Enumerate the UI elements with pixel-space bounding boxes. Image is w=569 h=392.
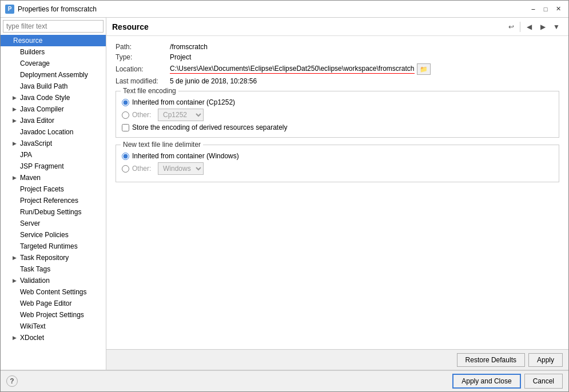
help-icon[interactable]: ?: [6, 375, 18, 387]
sidebar-item-task-repository[interactable]: Task Repository: [1, 252, 106, 263]
sidebar-item-java-build-path[interactable]: Java Build Path: [1, 81, 106, 92]
sidebar-item-java-editor[interactable]: Java Editor: [1, 115, 106, 126]
sidebar-item-builders[interactable]: Builders: [1, 46, 106, 58]
sidebar-item-label-web-content-settings: Web Content Settings: [19, 288, 87, 296]
content-header: Resource ↩ ◀ ▶ ▼: [106, 18, 568, 36]
sidebar-item-label-jpa: JPA: [19, 151, 32, 159]
inherited-delimiter-option: Inherited from container (Windows): [122, 152, 553, 160]
sidebar-item-run-debug-settings[interactable]: Run/Debug Settings: [1, 206, 106, 218]
sidebar-item-label-wikitext: WikiText: [19, 322, 46, 330]
sidebar-item-server[interactable]: Server: [1, 218, 106, 229]
expand-icon-javascript[interactable]: [10, 139, 19, 148]
sidebar-item-deployment-assembly[interactable]: Deployment Assembly: [1, 69, 106, 81]
sidebar-item-web-page-editor[interactable]: Web Page Editor: [1, 298, 106, 309]
sidebar-item-jpa[interactable]: JPA: [1, 149, 106, 161]
filter-input[interactable]: [3, 20, 104, 33]
delimiter-select[interactable]: Windows: [158, 162, 204, 175]
inherited-encoding-option: Inherited from container (Cp1252): [122, 98, 553, 106]
inherited-delimiter-radio[interactable]: [122, 153, 129, 160]
other-delimiter-radio[interactable]: [122, 165, 129, 173]
sidebar-item-coverage[interactable]: Coverage: [1, 58, 106, 69]
properties-dialog: P Properties for fromscratch ‒ □ ✕ Resou…: [0, 0, 569, 392]
sidebar-item-targeted-runtimes[interactable]: Targeted Runtimes: [1, 241, 106, 252]
sidebar-item-xdoclet[interactable]: XDoclet: [1, 332, 106, 343]
apply-button[interactable]: Apply: [528, 353, 563, 367]
sidebar-item-label-maven: Maven: [19, 174, 41, 182]
sidebar-item-project-facets[interactable]: Project Facets: [1, 183, 106, 195]
prev-icon-btn[interactable]: ◀: [523, 21, 535, 33]
expand-icon-validation[interactable]: [10, 276, 19, 285]
footer-right: Apply and Close Cancel: [452, 374, 563, 389]
expand-icon-java-compiler[interactable]: [10, 105, 19, 114]
other-delimiter-label: Other:: [132, 165, 158, 173]
inherited-encoding-radio[interactable]: [122, 99, 129, 106]
restore-defaults-button[interactable]: Restore Defaults: [457, 353, 525, 367]
dropdown-icon-btn[interactable]: ▼: [550, 21, 563, 33]
cancel-button[interactable]: Cancel: [524, 374, 563, 389]
last-modified-row: Last modified: 5 de junio de 2018, 10:28…: [116, 77, 559, 85]
expand-icon-xdoclet[interactable]: [10, 333, 19, 342]
expand-icon-java-editor[interactable]: [10, 116, 19, 125]
sidebar-item-javascript[interactable]: JavaScript: [1, 138, 106, 149]
sidebar-item-service-policies[interactable]: Service Policies: [1, 229, 106, 241]
path-row: Path: /fromscratch: [116, 43, 559, 51]
title-bar-left: P Properties for fromscratch: [5, 5, 97, 14]
location-label: Location:: [116, 65, 170, 73]
sidebar-item-label-resource: Resource: [12, 37, 42, 45]
sidebar-item-label-server: Server: [19, 219, 40, 227]
encoding-select[interactable]: Cp1252: [158, 109, 204, 121]
sidebar-item-label-deployment-assembly: Deployment Assembly: [19, 71, 88, 79]
sidebar-item-project-references[interactable]: Project References: [1, 195, 106, 206]
sidebar-item-jsp-fragment[interactable]: JSP Fragment: [1, 161, 106, 172]
other-encoding-radio[interactable]: [122, 111, 129, 119]
back-icon-btn[interactable]: ↩: [505, 21, 518, 33]
line-delimiter-group: New text file line delimiter Inherited f…: [116, 145, 559, 182]
sidebar-item-javadoc-location[interactable]: Javadoc Location: [1, 126, 106, 138]
store-encoding-row: Store the encoding of derived resources …: [122, 123, 553, 131]
expand-icon-task-repository[interactable]: [10, 253, 19, 262]
sidebar-item-maven[interactable]: Maven: [1, 172, 106, 183]
dialog-icon: P: [5, 5, 14, 14]
sidebar-item-label-task-repository: Task Repository: [19, 254, 69, 262]
minimize-button[interactable]: ‒: [527, 4, 539, 14]
sidebar-item-label-builders: Builders: [19, 48, 45, 56]
sidebar-item-label-java-editor: Java Editor: [19, 117, 54, 125]
sidebar-item-label-service-policies: Service Policies: [19, 231, 69, 239]
sidebar-item-label-run-debug-settings: Run/Debug Settings: [19, 208, 81, 216]
expand-icon-maven[interactable]: [10, 173, 19, 182]
path-label: Path:: [116, 43, 170, 51]
location-browse-button[interactable]: 📁: [417, 63, 431, 75]
maximize-button[interactable]: □: [540, 4, 551, 14]
store-encoding-checkbox[interactable]: [122, 124, 129, 131]
sidebar-item-label-web-project-settings: Web Project Settings: [19, 311, 84, 319]
line-delimiter-title: New text file line delimiter: [121, 141, 203, 149]
sidebar-item-validation[interactable]: Validation: [1, 275, 106, 286]
sidebar-item-web-content-settings[interactable]: Web Content Settings: [1, 286, 106, 298]
path-value: /fromscratch: [170, 43, 208, 51]
sidebar-item-label-project-references: Project References: [19, 197, 78, 205]
location-row: Location: C:\Users\Alex\Documents\Eclips…: [116, 63, 559, 75]
sidebar-item-wikitext[interactable]: WikiText: [1, 321, 106, 332]
sidebar-item-web-project-settings[interactable]: Web Project Settings: [1, 309, 106, 321]
type-label: Type:: [116, 53, 170, 61]
other-encoding-row: Other: Cp1252: [122, 109, 553, 121]
apply-and-close-button[interactable]: Apply and Close: [452, 374, 520, 389]
sidebar-item-label-java-compiler: Java Compiler: [19, 105, 64, 113]
title-controls: ‒ □ ✕: [527, 4, 564, 14]
text-encoding-group: Text file encoding Inherited from contai…: [116, 91, 559, 138]
sidebar-item-label-javascript: JavaScript: [19, 139, 52, 147]
expand-icon-java-code-style[interactable]: [10, 93, 19, 102]
sidebar-item-java-compiler[interactable]: Java Compiler: [1, 103, 106, 115]
sidebar: ResourceBuildersCoverageDeployment Assem…: [1, 18, 106, 370]
content-body: Path: /fromscratch Type: Project Locatio…: [106, 36, 568, 349]
header-icons: ↩ ◀ ▶ ▼: [505, 21, 563, 33]
next-icon-btn[interactable]: ▶: [536, 21, 549, 33]
sidebar-item-java-code-style[interactable]: Java Code Style: [1, 92, 106, 103]
inherited-encoding-label: Inherited from container (Cp1252): [132, 98, 235, 106]
sidebar-item-label-task-tags: Task Tags: [19, 265, 50, 273]
title-bar: P Properties for fromscratch ‒ □ ✕: [1, 1, 568, 18]
sidebar-item-label-coverage: Coverage: [19, 59, 50, 67]
close-button[interactable]: ✕: [552, 4, 564, 14]
sidebar-item-resource[interactable]: Resource: [1, 35, 106, 46]
sidebar-item-task-tags[interactable]: Task Tags: [1, 263, 106, 275]
